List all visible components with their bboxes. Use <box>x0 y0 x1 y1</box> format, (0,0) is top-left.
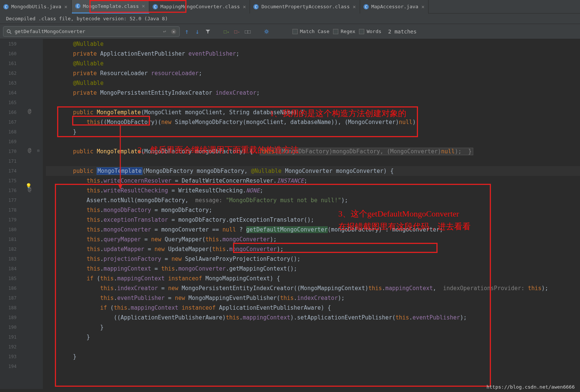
close-icon[interactable]: × <box>242 4 247 10</box>
tab-mongotemplate[interactable]: C MongoTemplate.class × <box>72 0 149 14</box>
tab-label: MapAccessor.java <box>371 4 418 9</box>
tab-label: MappingMongoConverter.class <box>161 4 240 9</box>
tab-label: DocumentPropertyAccessor.class <box>261 4 350 9</box>
add-selection-icon[interactable]: ⬚₊ <box>223 28 230 35</box>
override-icon[interactable]: @ <box>28 108 31 115</box>
settings-icon[interactable] <box>263 28 270 35</box>
svg-text:×: × <box>173 29 175 34</box>
class-icon: C <box>75 3 81 9</box>
class-icon: C <box>253 4 259 10</box>
editor-area: 1591601611621631641651661671681691701711… <box>0 39 580 389</box>
svg-point-14 <box>266 30 268 32</box>
svg-point-10 <box>7 30 10 33</box>
svg-text:C: C <box>365 5 367 9</box>
tab-mongodbutils[interactable]: C MongodbUtils.java × <box>0 0 72 14</box>
expand-icon[interactable]: ⊞ <box>37 148 39 153</box>
editor-tabs: C MongodbUtils.java × C MongoTemplate.cl… <box>0 0 580 14</box>
clear-icon[interactable]: × <box>170 28 177 35</box>
filter-icon[interactable] <box>204 28 211 35</box>
remove-selection-icon[interactable]: ⬚₋ <box>234 28 241 35</box>
tab-mappingmongoconverter[interactable]: C MappingMongoConverter.class × <box>149 0 250 14</box>
match-case-checkbox[interactable]: Match Case <box>292 29 329 34</box>
annotation-3-line2: 在报错截图里有这段代码，进去看看 <box>338 221 471 232</box>
override-icon[interactable]: @ <box>28 147 31 154</box>
match-count: 2 matches <box>388 29 417 35</box>
tab-label: MongoTemplate.class <box>83 3 139 9</box>
tab-documentpropertyaccessor[interactable]: C DocumentPropertyAccessor.class × <box>250 0 360 14</box>
close-icon[interactable]: × <box>352 4 356 10</box>
annotation-3-line1: 3、这个getDefaultMongoConverter <box>338 208 459 219</box>
watermark: https://blog.csdn.net/awen6666 <box>486 384 575 390</box>
svg-text:C: C <box>255 5 257 9</box>
close-icon[interactable]: × <box>64 4 68 10</box>
checkbox-box <box>292 29 298 34</box>
search-icon <box>6 28 12 35</box>
close-icon[interactable]: × <box>421 4 425 10</box>
search-box[interactable]: ↩ × <box>3 26 180 37</box>
checkbox-label: Regex <box>341 29 355 34</box>
svg-text:C: C <box>154 5 156 9</box>
class-icon: C <box>363 4 369 10</box>
search-input[interactable] <box>15 29 159 34</box>
code-content[interactable]: @Nullable private ApplicationEventPublis… <box>43 39 580 389</box>
close-icon[interactable]: × <box>141 3 145 9</box>
checkbox-box <box>359 29 364 34</box>
checkbox-box <box>333 29 338 34</box>
annotation-1: 1、我用的是这个构造方法创建对象的 <box>270 108 406 119</box>
prev-match-icon[interactable]: ↑ <box>183 28 190 35</box>
regex-checkbox[interactable]: Regex <box>333 29 355 34</box>
line-gutter: 1591601611621631641651661671681691701711… <box>0 39 20 389</box>
checkbox-label: Match Case <box>300 29 329 34</box>
words-checkbox[interactable]: Words <box>359 29 381 34</box>
tab-label: MongodbUtils.java <box>11 4 61 9</box>
annotation-2: 2、然后里面会继续调用下面重载的构造方法 <box>138 144 299 156</box>
next-match-icon[interactable]: ↓ <box>194 28 201 35</box>
select-all-icon[interactable]: ⬚⬚ <box>244 28 251 35</box>
bulb-icon[interactable]: 💡 <box>26 183 32 189</box>
class-icon: C <box>3 4 9 10</box>
svg-line-11 <box>10 32 11 34</box>
svg-text:C: C <box>5 5 7 9</box>
find-toolbar: ↩ × ↑ ↓ ⬚₊ ⬚₋ ⬚⬚ Match Case Regex Words … <box>0 24 580 39</box>
gutter-icons: @ @ ⊞ @ 💡 <box>20 39 43 389</box>
tab-mapaccessor[interactable]: C MapAccessor.java × <box>360 0 429 14</box>
history-icon[interactable]: ↩ <box>161 28 168 35</box>
svg-text:C: C <box>76 4 79 8</box>
decompiled-info-bar: Decompiled .class file, bytecode version… <box>0 14 580 24</box>
class-icon: C <box>152 4 158 10</box>
checkbox-label: Words <box>366 29 381 34</box>
